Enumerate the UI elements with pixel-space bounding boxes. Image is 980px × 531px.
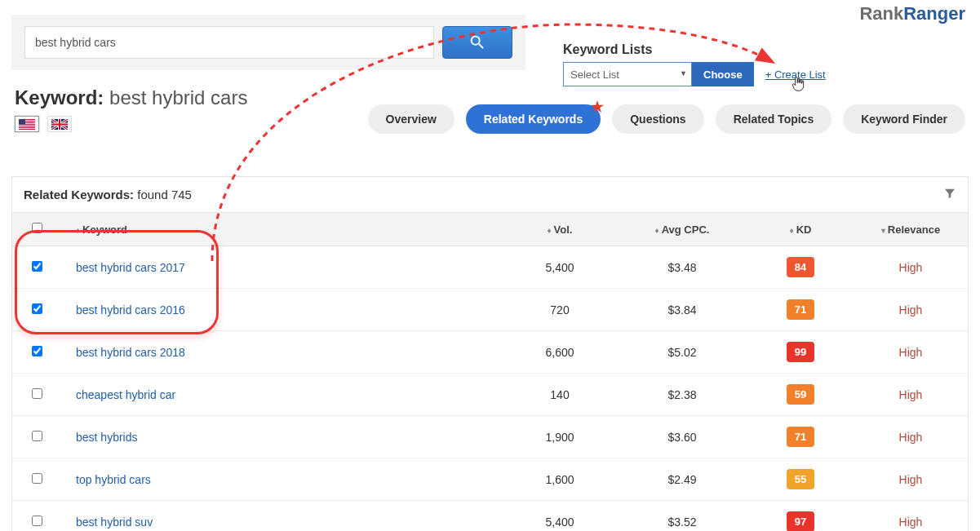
kd-badge: 71 [787, 299, 814, 320]
cpc-cell: $2.38 [617, 374, 747, 416]
keyword-link[interactable]: best hybrid cars 2018 [76, 346, 185, 359]
kd-badge: 59 [787, 384, 814, 405]
flag-uk[interactable] [47, 116, 72, 132]
table-row: best hybrid suv5,400$3.5297High [12, 501, 968, 532]
relevance-cell: High [854, 501, 968, 532]
relevance-cell: High [854, 246, 968, 289]
row-checkbox[interactable] [32, 473, 42, 484]
row-checkbox[interactable] [32, 303, 42, 314]
svg-rect-5 [19, 126, 35, 127]
svg-rect-4 [19, 125, 35, 126]
kd-badge: 97 [787, 511, 814, 531]
cpc-cell: $5.02 [617, 331, 747, 374]
results-table: ♦Keyword ♦Vol. ♦Avg CPC. ♦KD ▾Relevance … [12, 213, 968, 531]
vol-cell: 1,900 [503, 416, 617, 458]
keyword-lists-block: Keyword Lists Select List Choose + Creat… [563, 42, 826, 86]
col-vol[interactable]: ♦Vol. [503, 213, 617, 246]
kd-badge: 55 [787, 469, 814, 489]
panel-title-prefix: Related Keywords: [24, 188, 134, 201]
search-icon [468, 33, 486, 51]
choose-button[interactable]: Choose [692, 62, 754, 86]
tab-related-topics[interactable]: Related Topics [716, 104, 832, 134]
row-checkbox[interactable] [32, 346, 42, 356]
relevance-cell: High [854, 331, 968, 374]
table-row: best hybrids1,900$3.6071High [12, 416, 968, 458]
vol-cell: 5,400 [503, 501, 617, 532]
filter-icon[interactable] [943, 187, 956, 202]
vol-cell: 720 [503, 289, 617, 331]
keyword-link[interactable]: best hybrid suv [76, 516, 153, 529]
svg-rect-6 [19, 128, 35, 129]
results-panel: Related Keywords: found 745 ♦Keyword ♦Vo… [11, 176, 969, 531]
keyword-list-select[interactable]: Select List [563, 62, 692, 86]
keyword-link[interactable]: best hybrids [76, 431, 137, 444]
row-checkbox[interactable] [32, 388, 42, 399]
tab-related-label: Related Keywords [484, 113, 583, 126]
svg-rect-7 [19, 119, 25, 125]
select-all-checkbox[interactable] [32, 223, 42, 233]
keyword-link[interactable]: best hybrid cars 2016 [76, 303, 185, 316]
star-icon: ★ [591, 98, 604, 116]
vol-cell: 1,600 [503, 458, 617, 501]
relevance-cell: High [854, 416, 968, 458]
tab-keyword-finder[interactable]: Keyword Finder [843, 104, 965, 134]
kd-badge: 84 [787, 257, 814, 277]
col-relevance[interactable]: ▾Relevance [854, 213, 968, 246]
tab-overview[interactable]: Overview [368, 104, 455, 134]
cpc-cell: $3.60 [617, 416, 747, 458]
table-row: top hybrid cars1,600$2.4955High [12, 458, 968, 501]
cpc-cell: $3.84 [617, 289, 747, 331]
panel-title-suffix: found 745 [137, 188, 192, 201]
row-checkbox[interactable] [32, 261, 42, 272]
relevance-cell: High [854, 374, 968, 416]
search-button[interactable] [442, 26, 512, 59]
col-kd[interactable]: ♦KD [747, 213, 854, 246]
search-input[interactable] [24, 26, 434, 59]
create-list-link[interactable]: + Create List [765, 69, 826, 81]
flag-uk-icon [51, 119, 68, 130]
logo-part1: Rank [859, 3, 903, 24]
vol-cell: 140 [503, 374, 617, 416]
keyword-lists-label: Keyword Lists [563, 42, 826, 57]
row-checkbox[interactable] [32, 431, 42, 441]
col-cpc[interactable]: ♦Avg CPC. [617, 213, 747, 246]
table-row: cheapest hybrid car140$2.3859High [12, 374, 968, 416]
table-row: best hybrid cars 20175,400$3.4884High [12, 246, 968, 289]
brand-logo: RankRanger [859, 3, 965, 24]
relevance-cell: High [854, 458, 968, 501]
cpc-cell: $2.49 [617, 458, 747, 501]
kd-badge: 99 [787, 342, 814, 362]
keyword-link[interactable]: top hybrid cars [76, 473, 151, 486]
tab-questions[interactable]: Questions [612, 104, 703, 134]
panel-title: Related Keywords: found 745 [24, 188, 192, 201]
col-keyword[interactable]: ♦Keyword [61, 213, 503, 246]
flag-us[interactable] [15, 116, 39, 132]
table-row: best hybrid cars 2016720$3.8471High [12, 289, 968, 331]
keyword-link[interactable]: best hybrid cars 2017 [76, 261, 185, 274]
keyword-heading-value: best hybrid cars [109, 86, 247, 108]
kd-badge: 71 [787, 427, 814, 447]
logo-part2: Ranger [903, 3, 965, 24]
vol-cell: 5,400 [503, 246, 617, 289]
table-row: best hybrid cars 20186,600$5.0299High [12, 331, 968, 374]
vol-cell: 6,600 [503, 331, 617, 374]
keyword-heading-prefix: Keyword: [15, 86, 104, 108]
cpc-cell: $3.52 [617, 501, 747, 532]
keyword-link[interactable]: cheapest hybrid car [76, 388, 175, 401]
cpc-cell: $3.48 [617, 246, 747, 289]
tab-related-keywords[interactable]: Related Keywords★ [466, 104, 601, 134]
row-checkbox[interactable] [32, 516, 42, 526]
search-bar [11, 15, 525, 70]
flag-us-icon [19, 119, 35, 130]
relevance-cell: High [854, 289, 968, 331]
